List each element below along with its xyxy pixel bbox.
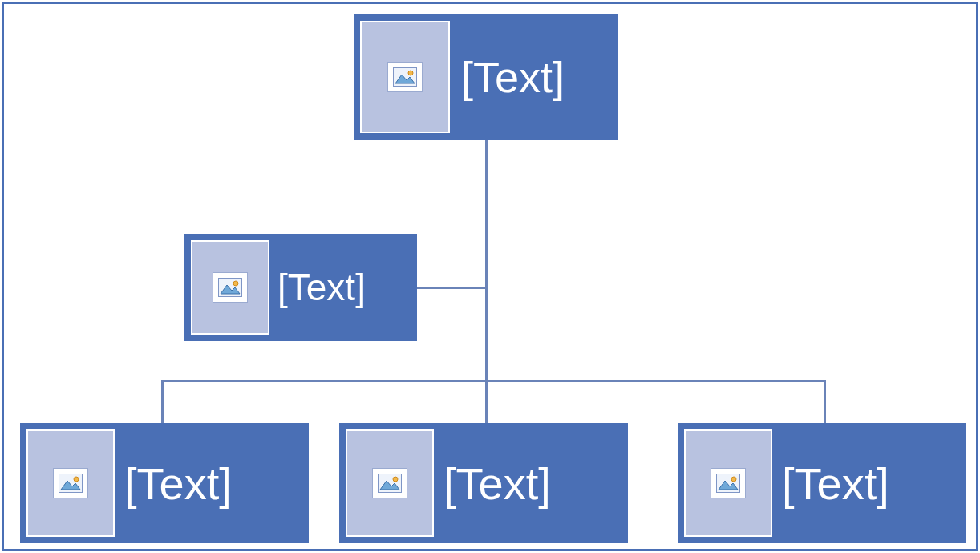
org-node-root[interactable]: [Text] — [354, 14, 618, 140]
org-node-assistant[interactable]: [Text] — [184, 234, 417, 341]
picture-icon — [53, 468, 88, 498]
node-label[interactable]: [Text] — [443, 457, 551, 510]
node-label[interactable]: [Text] — [124, 457, 232, 510]
connector-horizontal-bus — [161, 380, 825, 382]
picture-placeholder[interactable] — [191, 240, 269, 335]
connector-drop-2 — [485, 380, 488, 423]
connector-drop-3 — [824, 380, 826, 423]
org-node-child-1[interactable]: [Text] — [20, 423, 309, 543]
node-label[interactable]: [Text] — [461, 52, 565, 102]
connector-to-assistant — [417, 287, 488, 289]
svg-point-13 — [731, 477, 736, 482]
svg-point-7 — [74, 477, 79, 482]
connector-drop-1 — [161, 380, 164, 423]
picture-placeholder[interactable] — [684, 429, 772, 537]
picture-icon — [711, 468, 746, 498]
connector-vertical-main — [485, 140, 488, 381]
svg-point-10 — [393, 477, 398, 482]
node-label[interactable]: [Text] — [277, 266, 366, 309]
smartart-org-chart-canvas: [Text] [Text] [Text] — [2, 2, 978, 551]
picture-placeholder[interactable] — [360, 21, 450, 133]
picture-icon — [213, 272, 248, 303]
node-label[interactable]: [Text] — [782, 457, 889, 510]
picture-icon — [372, 468, 407, 498]
org-node-child-3[interactable]: [Text] — [678, 423, 966, 543]
svg-point-1 — [408, 71, 413, 75]
picture-icon — [387, 62, 423, 92]
picture-placeholder[interactable] — [346, 429, 434, 537]
org-node-child-2[interactable]: [Text] — [339, 423, 628, 543]
svg-point-4 — [233, 281, 238, 286]
picture-placeholder[interactable] — [26, 429, 115, 537]
